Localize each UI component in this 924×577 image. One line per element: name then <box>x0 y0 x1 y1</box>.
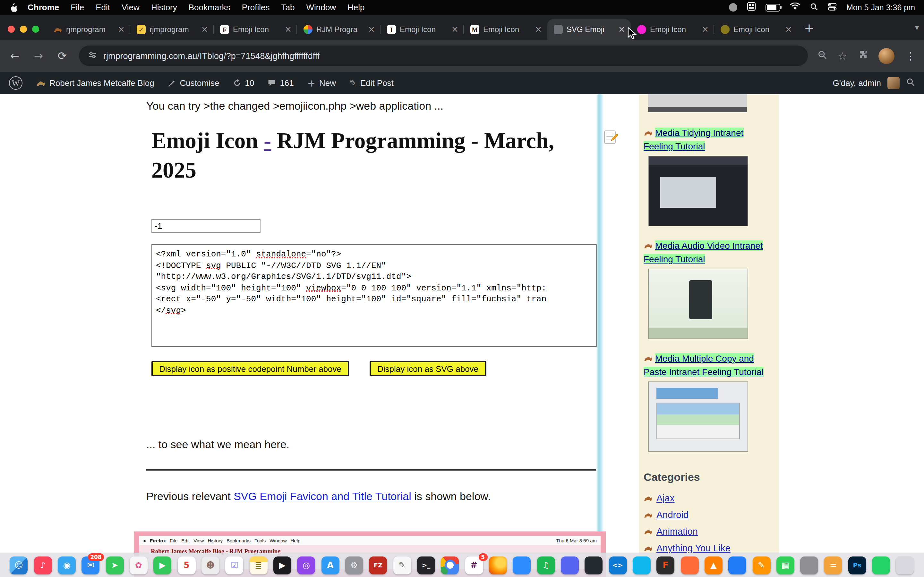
video-thumbnail[interactable] <box>648 382 748 452</box>
admin-search-icon[interactable] <box>906 77 915 89</box>
emoji-codepoint-input[interactable] <box>152 219 260 233</box>
tab-6[interactable]: MEmoji Icon× <box>464 19 548 40</box>
dock-icon-finder[interactable]: ☺ <box>10 556 28 574</box>
menu-edit[interactable]: Edit <box>95 3 110 12</box>
zoom-icon[interactable] <box>817 50 827 62</box>
dock-icon-app-store[interactable]: A <box>321 556 339 574</box>
video-thumbnail[interactable] <box>648 269 748 339</box>
dock-icon-figma[interactable]: F <box>656 556 674 574</box>
site-settings-icon[interactable] <box>88 50 97 61</box>
video-thumbnail-partial[interactable] <box>648 94 747 112</box>
new-tab-button[interactable]: + <box>804 22 814 34</box>
dock-icon-whatsapp[interactable] <box>872 556 890 574</box>
admin-greeting[interactable]: G'day, admin <box>833 78 881 88</box>
tab-close-icon[interactable]: × <box>451 25 459 34</box>
dock-icon-calendar[interactable]: 5 <box>178 556 195 574</box>
tab-9[interactable]: Emoji Icon× <box>714 19 798 40</box>
dock-icon-firefox[interactable] <box>489 556 507 574</box>
title-link[interactable]: - <box>264 128 271 153</box>
close-window-button[interactable] <box>8 26 15 33</box>
menubar-app-name[interactable]: Chrome <box>27 3 59 12</box>
video-link[interactable]: Media Audio Video Intranet Feeling Tutor… <box>644 240 763 264</box>
category-link[interactable]: Anything You Like <box>656 543 730 553</box>
browser-menu-icon[interactable]: ⋮ <box>905 50 916 62</box>
category-link[interactable]: Animation <box>656 526 698 537</box>
tab-close-icon[interactable]: × <box>784 25 793 34</box>
menu-help[interactable]: Help <box>347 3 365 12</box>
dock-icon-slack[interactable]: #5 <box>465 556 483 574</box>
category-link[interactable]: Ajax <box>656 493 674 503</box>
dock-icon-terminal[interactable]: >_ <box>417 556 435 574</box>
dock-icon-numbers[interactable]: ▦ <box>776 556 795 574</box>
dock-icon-spotify[interactable]: ♫ <box>537 556 555 574</box>
dock-icon-reminders[interactable]: ☑ <box>226 556 244 574</box>
dock-icon-preview[interactable] <box>800 556 818 574</box>
input-source-icon[interactable] <box>747 2 756 13</box>
tab-close-icon[interactable]: × <box>200 25 209 34</box>
menu-history[interactable]: History <box>151 3 177 12</box>
tab-search-icon[interactable]: ▾ <box>915 23 919 32</box>
tab-close-icon[interactable]: × <box>534 25 543 34</box>
dock-icon-podcasts[interactable]: ◎ <box>297 556 315 574</box>
tab-5[interactable]: IEmoji Icon× <box>381 19 464 40</box>
edit-note-icon[interactable] <box>604 129 618 147</box>
spotlight-icon[interactable] <box>810 2 818 13</box>
forward-button[interactable]: → <box>31 49 45 62</box>
dock-icon-discord[interactable] <box>561 556 579 574</box>
dock-icon-notes[interactable]: ≣ <box>249 556 267 574</box>
zoom-window-button[interactable] <box>32 26 39 33</box>
video-link[interactable]: Media Multiple Copy and Paste Intranet F… <box>644 353 764 377</box>
menu-bookmarks[interactable]: Bookmarks <box>189 3 230 12</box>
dock-icon-system-settings[interactable]: ⚙ <box>345 556 363 574</box>
customise-item[interactable]: Customise <box>168 78 220 88</box>
site-menu-item[interactable]: Robert James Metcalfe Blog <box>36 78 154 88</box>
edit-post-item[interactable]: ✎ Edit Post <box>349 78 394 88</box>
wp-logo-item[interactable]: W <box>9 76 23 90</box>
dock-icon-photoshop[interactable]: Ps <box>848 556 866 574</box>
dock-icon-filezilla[interactable]: FZ <box>369 556 387 574</box>
dock-icon-music[interactable]: ♪ <box>34 556 52 574</box>
dock-icon-docker[interactable] <box>633 556 651 574</box>
dock-icon-calculator[interactable]: = <box>824 556 842 574</box>
video-link[interactable]: Media Tidying Intranet Feeling Tutorial <box>644 127 743 151</box>
updates-item[interactable]: 10 <box>233 78 254 88</box>
minimize-window-button[interactable] <box>20 26 27 33</box>
tab-4[interactable]: RJM Progra× <box>297 19 381 40</box>
dock-icon-vscode[interactable]: <> <box>609 556 627 574</box>
dock-icon-keynote[interactable] <box>728 556 746 574</box>
tab-2[interactable]: ✓rjmprogram× <box>130 19 214 40</box>
tab-close-icon[interactable]: × <box>617 25 626 34</box>
back-button[interactable]: ← <box>8 49 22 62</box>
dock-icon-tv[interactable]: ▶ <box>273 556 291 574</box>
tab-8[interactable]: Emoji Icon× <box>631 19 714 40</box>
wifi-icon[interactable] <box>790 3 800 12</box>
dock-icon-trash[interactable] <box>896 556 914 574</box>
dock-icon-chrome[interactable] <box>441 556 459 574</box>
menu-window[interactable]: Window <box>306 3 336 12</box>
dock-icon-pages[interactable]: ✎ <box>752 556 771 574</box>
comments-item[interactable]: 161 <box>268 78 294 88</box>
dock-icon-contacts[interactable]: ☻ <box>202 556 220 574</box>
dock-icon-maps[interactable]: ➤ <box>105 556 124 574</box>
dock-icon-photos[interactable]: ✿ <box>129 556 148 574</box>
previous-link[interactable]: SVG Emoji Favicon and Title Tutorial <box>234 490 411 503</box>
dock-icon-zoom[interactable] <box>513 556 531 574</box>
svg-code-textarea[interactable]: <?xml version="1.0" standalone="no"?> <!… <box>152 244 597 347</box>
url-text[interactable]: rjmprogramming.com.au/ITblog/?p=71548&jg… <box>103 51 320 61</box>
profile-avatar[interactable] <box>879 48 895 64</box>
tab-7[interactable]: SVG Emoji× <box>548 19 631 40</box>
tab-close-icon[interactable]: × <box>284 25 292 34</box>
dock-icon-safari[interactable]: ◉ <box>58 556 76 574</box>
extensions-icon[interactable] <box>858 50 867 62</box>
category-link[interactable]: Android <box>656 510 688 520</box>
admin-avatar[interactable] <box>887 77 900 89</box>
dock-icon-mail[interactable]: ✉208 <box>82 556 100 574</box>
dock-icon-facetime[interactable]: ▶ <box>153 556 172 574</box>
battery-icon[interactable] <box>766 3 780 11</box>
new-item[interactable]: + New <box>307 77 336 89</box>
status-circle-icon[interactable] <box>729 3 737 11</box>
tab-close-icon[interactable]: × <box>701 25 710 34</box>
menu-file[interactable]: File <box>71 3 84 12</box>
tab-3[interactable]: FEmoji Icon× <box>214 19 297 40</box>
apple-menu-icon[interactable] <box>9 2 17 13</box>
